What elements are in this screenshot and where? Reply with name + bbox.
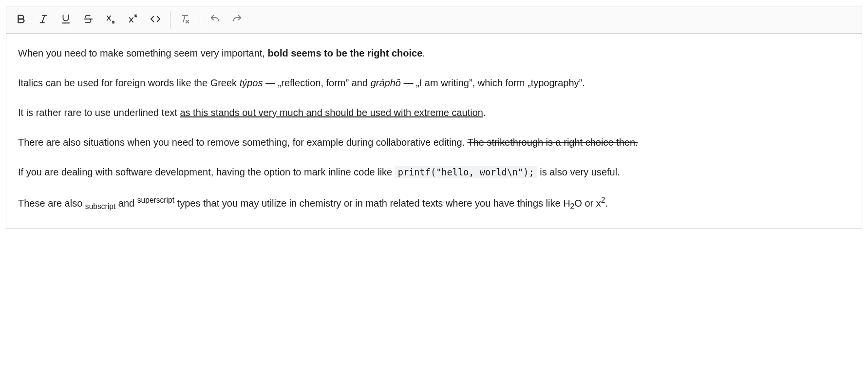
paragraph: If you are dealing with software develop… [18, 164, 850, 180]
editor: When you need to make something seem ver… [6, 6, 862, 229]
undo-icon [209, 14, 220, 26]
superscript-button[interactable] [122, 10, 144, 30]
text: — „I am writing”, which form „typography… [401, 77, 585, 88]
text: and [115, 198, 137, 209]
strikethrough-icon [83, 14, 94, 26]
toolbar [6, 6, 862, 34]
underline-text: as this stands out very much and should … [180, 107, 483, 118]
text: When you need to make something seem ver… [18, 48, 267, 58]
superscript-text: superscript [137, 196, 174, 204]
subscript-text: subscript [85, 202, 115, 211]
toolbar-separator [200, 11, 200, 29]
remove-format-icon [180, 14, 190, 26]
text: . [483, 107, 486, 118]
inline-code: printf("hello, world\n"); [395, 166, 537, 178]
remove-format-button[interactable] [174, 10, 196, 30]
redo-button[interactable] [226, 10, 248, 30]
bold-icon [16, 14, 26, 26]
strikethrough-text: The strikethrough is a right choice then… [467, 137, 638, 148]
paragraph: When you need to make something seem ver… [18, 45, 850, 61]
text: It is rather rare to use underlined text [18, 107, 180, 118]
text: There are also situations when you need … [18, 137, 467, 148]
paragraph: These are also subscript and superscript… [18, 194, 850, 212]
toolbar-separator [170, 11, 170, 29]
strikethrough-button[interactable] [77, 10, 99, 30]
undo-button[interactable] [204, 10, 226, 30]
underline-button[interactable] [55, 10, 76, 30]
text: types that you may utilize in chemistry … [174, 198, 570, 209]
code-icon [150, 14, 161, 26]
text: is also very useful. [537, 167, 620, 177]
text: If you are dealing with software develop… [18, 167, 395, 177]
editor-content[interactable]: When you need to make something seem ver… [6, 34, 862, 228]
italic-icon [38, 14, 49, 26]
text: . [605, 198, 608, 209]
italic-button[interactable] [33, 10, 54, 30]
subscript-text: 2 [570, 202, 575, 211]
superscript-icon [128, 14, 138, 26]
italic-text: gráphō [371, 77, 401, 88]
text: O or x [574, 198, 601, 209]
paragraph: Italics can be used for foreign words li… [18, 75, 850, 91]
redo-icon [232, 14, 243, 26]
code-button[interactable] [145, 10, 166, 30]
paragraph: There are also situations when you need … [18, 134, 850, 151]
subscript-button[interactable] [100, 10, 121, 30]
italic-text: týpos [240, 77, 263, 88]
text: . [422, 48, 425, 58]
subscript-icon [105, 14, 116, 26]
text: — „reflection, form” and [263, 77, 370, 88]
underline-icon [60, 14, 71, 26]
text: Italics can be used for foreign words li… [18, 77, 240, 88]
paragraph: It is rather rare to use underlined text… [18, 105, 850, 121]
bold-text: bold seems to be the right choice [267, 48, 422, 58]
bold-button[interactable] [10, 10, 32, 30]
svg-line-2 [42, 15, 45, 22]
text: These are also [18, 198, 85, 209]
